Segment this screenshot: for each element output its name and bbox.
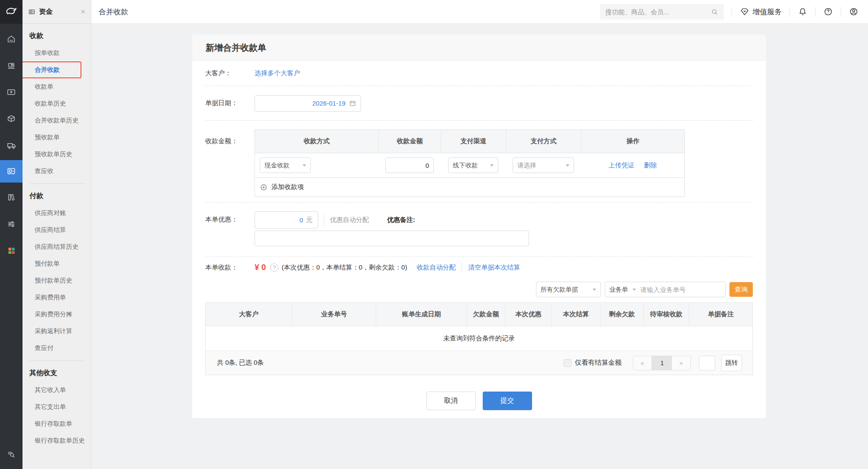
sidebar-item-supplier-settle-history[interactable]: 供应商结算历史 (23, 238, 91, 255)
money-bill-icon[interactable] (0, 81, 23, 103)
customer-row: 大客户： 选择多个大客户 (205, 61, 753, 86)
sidebar-item-merge-receipt[interactable]: 合并收款 (23, 61, 91, 78)
add-payment-item-label: 添加收款项 (271, 183, 304, 191)
sidebar-item-advance-receipt[interactable]: 预收款单 (23, 129, 91, 146)
sidebar-item-prepayment-history[interactable]: 预付款单历史 (23, 272, 91, 289)
customer-label: 大客户： (205, 69, 255, 77)
divider (790, 7, 790, 16)
sidebar-item-other-income[interactable]: 其它收入单 (23, 382, 91, 398)
apps-grid-icon[interactable] (0, 239, 23, 262)
pay-method-select[interactable]: 请选择 (513, 157, 574, 173)
user-avatar-icon[interactable] (849, 7, 858, 16)
help-tooltip-icon[interactable]: ? (270, 263, 278, 272)
sidebar-item-order-receipt[interactable]: 按单收款 (23, 45, 91, 61)
chevron-down-icon (593, 289, 596, 291)
col-header: 账单生成日期 (376, 303, 467, 326)
sidebar-item-receipt-doc[interactable]: 收款单 (23, 78, 91, 95)
value-added-services-button[interactable]: 增值服务 (740, 7, 782, 17)
global-search[interactable] (600, 4, 724, 19)
debt-scope-select[interactable]: 所有欠款单据 (536, 282, 601, 297)
sidebar-header: 资金 × (23, 0, 91, 24)
receipt-amount: ¥ 0 (255, 263, 266, 272)
sidebar-item-purchase-rebate[interactable]: 采购返利计算 (23, 323, 91, 340)
doc-type-select[interactable]: 业务单 (605, 282, 641, 297)
calendar-icon (349, 100, 356, 107)
select-customers-link[interactable]: 选择多个大客户 (255, 69, 300, 77)
brand-logo[interactable] (0, 0, 23, 24)
discount-amount-input[interactable]: 0 元 (255, 211, 318, 228)
help-icon[interactable] (823, 7, 833, 16)
col-header: 待审核收款 (643, 303, 689, 326)
doc-number-input[interactable] (640, 286, 725, 293)
prev-page-button[interactable]: « (633, 356, 652, 370)
col-header: 收款方式 (255, 130, 378, 153)
add-payment-item-button[interactable]: 添加收款项 (255, 177, 684, 196)
clear-settlement-link[interactable]: 清空单据本次结算 (468, 263, 520, 272)
only-settled-label: 仅看有结算金额 (575, 358, 622, 367)
topbar-right: 增值服务 (600, 4, 868, 19)
upload-voucher-link[interactable]: 上传凭证 (609, 161, 635, 170)
next-page-button[interactable]: » (672, 356, 691, 370)
amount-label: 收款金额： (205, 129, 255, 197)
debt-filter-row: 所有欠款单据 业务单 查询 (205, 278, 753, 302)
only-settled-checkbox[interactable] (564, 359, 571, 367)
app-icon-rail (0, 0, 23, 469)
col-header: 大客户 (206, 303, 292, 326)
sidebar-item-supplier-settle[interactable]: 供应商结算 (23, 222, 91, 238)
sidebar-item-purchase-expense[interactable]: 采购费用单 (23, 289, 91, 306)
sidebar-item-other-expense[interactable]: 其它支出单 (23, 398, 91, 415)
date-picker[interactable]: 2026-01-19 (255, 95, 361, 112)
sidebar-item-bank-deposit-history[interactable]: 银行存取款单历史 (23, 432, 91, 449)
delivery-truck-icon[interactable] (0, 134, 23, 157)
chevron-down-icon (490, 164, 494, 167)
payment-table-header: 收款方式 收款金额 支付渠道 支付方式 操作 (255, 130, 684, 153)
close-icon[interactable]: × (81, 8, 85, 16)
funds-safe-icon[interactable] (0, 160, 23, 183)
notifications-bell-icon[interactable] (798, 7, 807, 16)
query-button[interactable]: 查询 (729, 282, 753, 297)
sidebar-item-receipt-history[interactable]: 收款单历史 (23, 95, 91, 112)
search-list-icon[interactable] (0, 443, 23, 466)
home-icon[interactable] (0, 28, 23, 50)
auto-allocate-link[interactable]: 收款自动分配 (416, 263, 455, 272)
col-header: 支付方式 (506, 130, 581, 153)
sidebar-item-supplier-reconcile[interactable]: 供应商对账 (23, 205, 91, 222)
submit-button[interactable]: 提交 (483, 392, 532, 410)
sidebar-item-purchase-expense-split[interactable]: 采购费用分摊 (23, 306, 91, 323)
payment-method-value: 现金收款 (265, 161, 290, 170)
settings-sliders-icon[interactable] (0, 213, 23, 235)
sidebar-item-prepayment[interactable]: 预付款单 (23, 255, 91, 272)
sidebar-item-merge-receipt-history[interactable]: 合并收款单历史 (23, 112, 91, 129)
col-header: 本次优惠 (505, 303, 552, 326)
payment-method-select[interactable]: 现金收款 (260, 157, 311, 173)
col-header: 操作 (581, 130, 684, 153)
jump-page-input[interactable] (699, 356, 715, 370)
sidebar-item-check-payable[interactable]: 查应付 (23, 340, 91, 357)
package-box-icon[interactable] (0, 107, 23, 130)
pos-register-icon[interactable] (0, 55, 23, 77)
date-value: 2026-01-19 (312, 100, 345, 107)
jump-button[interactable]: 跳转 (721, 355, 742, 371)
cancel-button[interactable]: 取消 (426, 392, 476, 410)
delete-row-link[interactable]: 删除 (644, 161, 657, 170)
search-input[interactable] (605, 8, 710, 16)
payment-row: 现金收款 线下收款 (255, 153, 684, 177)
payment-amount-section: 收款金额： 收款方式 收款金额 支付渠道 支付方式 操作 现金收款 (205, 121, 753, 202)
current-page-button[interactable]: 1 (652, 356, 672, 370)
currency-symbol: ¥ (255, 263, 259, 272)
sidebar-item-check-receivable[interactable]: 查应收 (23, 163, 91, 180)
sidebar-item-label: 合并收款 (35, 66, 60, 73)
payment-channel-select[interactable]: 线下收款 (448, 157, 498, 173)
pay-method-placeholder: 请选择 (517, 161, 536, 170)
payment-amount-input[interactable] (385, 157, 434, 173)
discount-note-input[interactable] (255, 231, 529, 246)
sidebar-item-bank-deposit[interactable]: 银行存取款单 (23, 415, 91, 432)
col-header: 单据备注 (689, 303, 752, 326)
ledger-books-icon[interactable] (0, 186, 23, 209)
search-icon[interactable] (710, 8, 719, 16)
vas-label: 增值服务 (752, 7, 782, 17)
sidebar-item-advance-receipt-history[interactable]: 预收款单历史 (23, 146, 91, 163)
debt-documents-table: 大客户 业务单号 账单生成日期 欠款金额 本次优惠 本次结算 剩余欠款 待审核收… (205, 302, 753, 375)
sidebar-title: 资金 (39, 7, 53, 16)
row-count-text: 共 0条, 已选 0条 (217, 359, 264, 367)
